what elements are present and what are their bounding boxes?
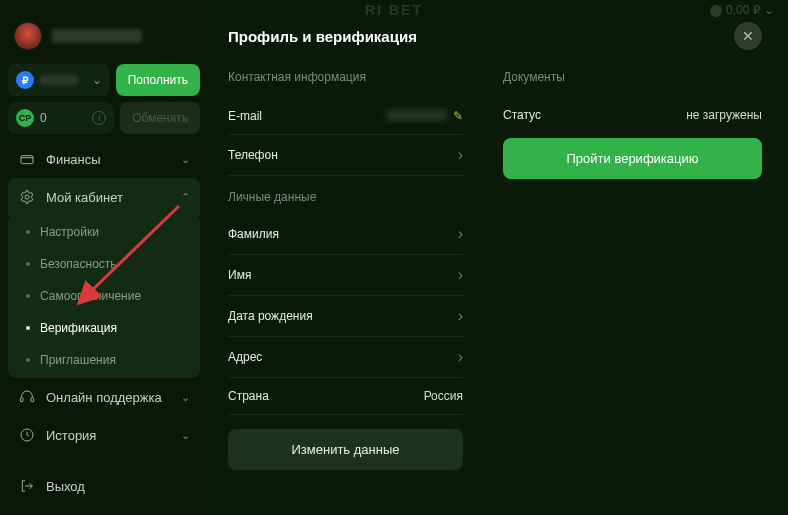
- sidebar-item-invitations[interactable]: Приглашения: [8, 344, 200, 376]
- sidebar-item-logout[interactable]: Выход: [8, 467, 200, 505]
- ruble-icon: ₽: [16, 71, 34, 89]
- lastname-row[interactable]: Фамилия ›: [228, 214, 463, 255]
- svg-rect-2: [20, 398, 23, 402]
- chevron-down-icon: ⌄: [92, 73, 102, 87]
- sidebar-item-settings[interactable]: Настройки: [8, 216, 200, 248]
- verify-button[interactable]: Пройти верификацию: [503, 138, 762, 179]
- balance-redacted: [40, 75, 78, 85]
- profile-row[interactable]: [8, 18, 200, 58]
- chevron-right-icon: ›: [458, 225, 463, 243]
- logout-icon: [18, 477, 36, 495]
- page-title: Профиль и верификация: [228, 28, 417, 45]
- sidebar-item-label: Приглашения: [40, 353, 116, 367]
- sidebar-item-label: История: [46, 428, 96, 443]
- country-value: Россия: [424, 389, 463, 403]
- bullet-icon: [26, 294, 30, 298]
- cp-value: 0: [40, 111, 47, 125]
- svg-point-1: [25, 195, 29, 199]
- account-submenu: Настройки Безопасность Самоограничение В…: [8, 214, 200, 378]
- history-icon: [18, 426, 36, 444]
- sidebar-item-label: Онлайн поддержка: [46, 390, 162, 405]
- chevron-right-icon: ›: [458, 146, 463, 164]
- cp-icon: CP: [16, 109, 34, 127]
- email-row[interactable]: E-mail ✎: [228, 98, 463, 135]
- sidebar-item-label: Мой кабинет: [46, 190, 123, 205]
- sidebar-item-label: Выход: [46, 479, 85, 494]
- exchange-button[interactable]: Обменять: [120, 102, 200, 134]
- svg-rect-3: [31, 398, 34, 402]
- sidebar-item-security[interactable]: Безопасность: [8, 248, 200, 280]
- chevron-down-icon: ⌄: [181, 429, 190, 442]
- status-row: Статус не загружены: [503, 98, 762, 138]
- country-row: Страна Россия: [228, 378, 463, 415]
- phone-row[interactable]: Телефон ›: [228, 135, 463, 176]
- balance-dropdown[interactable]: ₽ ⌄: [8, 64, 110, 96]
- sidebar-item-label: Самоограничение: [40, 289, 141, 303]
- email-label: E-mail: [228, 109, 262, 123]
- email-value-redacted: [387, 110, 447, 120]
- chevron-up-icon: ⌃: [181, 191, 190, 204]
- phone-label: Телефон: [228, 148, 278, 162]
- sidebar-item-label: Настройки: [40, 225, 99, 239]
- contact-section-label: Контактная информация: [228, 70, 463, 84]
- svg-rect-0: [21, 156, 33, 164]
- country-label: Страна: [228, 389, 269, 403]
- chevron-right-icon: ›: [458, 266, 463, 284]
- sidebar-item-finances[interactable]: Финансы ⌄: [8, 140, 200, 178]
- bullet-icon: [26, 230, 30, 234]
- bullet-icon: [26, 358, 30, 362]
- headset-icon: [18, 388, 36, 406]
- gear-icon: [18, 188, 36, 206]
- address-label: Адрес: [228, 350, 262, 364]
- firstname-label: Имя: [228, 268, 251, 282]
- status-value: не загружены: [686, 108, 762, 122]
- sidebar-item-label: Верификация: [40, 321, 117, 335]
- dob-label: Дата рождения: [228, 309, 313, 323]
- sidebar-item-label: Безопасность: [40, 257, 117, 271]
- sidebar-item-label: Финансы: [46, 152, 101, 167]
- sidebar-item-selflimit[interactable]: Самоограничение: [8, 280, 200, 312]
- chevron-down-icon: ⌄: [181, 153, 190, 166]
- documents-section-label: Документы: [503, 70, 762, 84]
- sidebar-item-account[interactable]: Мой кабинет ⌃: [8, 178, 200, 216]
- deposit-button[interactable]: Пополнить: [116, 64, 200, 96]
- bullet-icon: [26, 262, 30, 266]
- chevron-right-icon: ›: [458, 348, 463, 366]
- username-redacted: [52, 29, 142, 43]
- sidebar-item-support[interactable]: Онлайн поддержка ⌄: [8, 378, 200, 416]
- close-button[interactable]: ✕: [734, 22, 762, 50]
- chevron-right-icon: ›: [458, 307, 463, 325]
- wallet-icon: [18, 150, 36, 168]
- info-icon[interactable]: i: [92, 111, 106, 125]
- personal-section-label: Личные данные: [228, 190, 463, 204]
- chevron-down-icon: ⌄: [181, 391, 190, 404]
- bullet-icon: [26, 326, 30, 330]
- sidebar: ₽ ⌄ Пополнить CP 0 i Обменять Финансы ⌄: [0, 0, 208, 515]
- address-row[interactable]: Адрес ›: [228, 337, 463, 378]
- sidebar-item-verification[interactable]: Верификация: [8, 312, 200, 344]
- dob-row[interactable]: Дата рождения ›: [228, 296, 463, 337]
- avatar: [14, 22, 42, 50]
- close-icon: ✕: [742, 28, 754, 44]
- lastname-label: Фамилия: [228, 227, 279, 241]
- cp-balance: CP 0 i: [8, 102, 114, 134]
- status-label: Статус: [503, 108, 541, 122]
- firstname-row[interactable]: Имя ›: [228, 255, 463, 296]
- edit-data-button[interactable]: Изменить данные: [228, 429, 463, 470]
- sidebar-item-history[interactable]: История ⌄: [8, 416, 200, 454]
- main-panel: Профиль и верификация ✕ Контактная инфор…: [208, 0, 788, 515]
- pencil-icon[interactable]: ✎: [453, 109, 463, 123]
